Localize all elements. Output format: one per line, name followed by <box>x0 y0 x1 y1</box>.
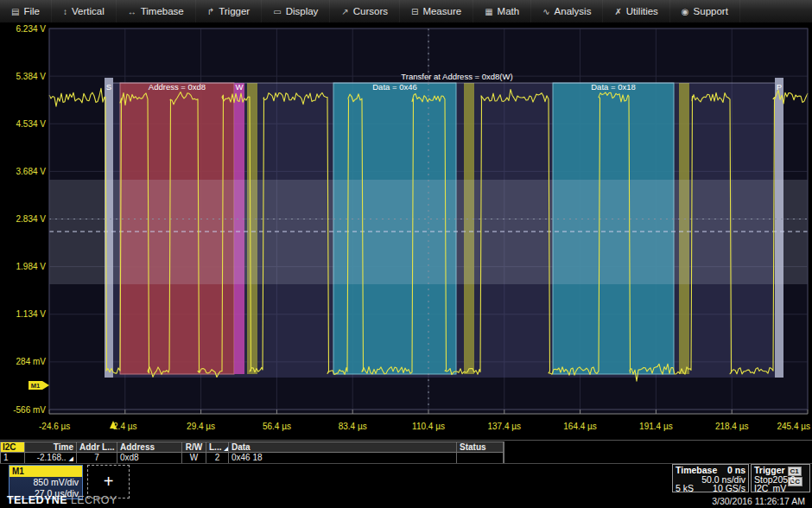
i2c-stop-label: P <box>777 82 782 92</box>
trigger-edge-icon: ↱ <box>207 7 214 16</box>
brand-secondary: LECROY <box>71 494 117 506</box>
menu-item-support[interactable]: ◉Support <box>670 0 740 22</box>
table-row[interactable]: 1-2.168..◢70xd8W20x46 18 <box>1 453 504 463</box>
x-axis-label: 245.4 µs <box>777 422 810 431</box>
y-axis-label: 1.134 V <box>16 309 47 319</box>
vertical-arrows-icon: ↕ <box>63 7 67 16</box>
menu-item-analysis[interactable]: ∿Analysis <box>531 0 603 22</box>
i2c-transfer-label: Transfer at Address = 0xd8(W) <box>401 72 512 81</box>
x-axis-label: 218.4 µs <box>715 422 749 431</box>
intensity-band <box>49 180 808 284</box>
m1-volts-per-div: 850 mV/div <box>10 477 82 488</box>
support-info-icon: ◉ <box>682 7 689 16</box>
menu-item-math[interactable]: ▦Math <box>473 0 531 22</box>
column-header-source[interactable]: I2C <box>1 442 25 453</box>
menu-item-utilities[interactable]: ✗Utilities <box>603 0 669 22</box>
timebase-descriptor[interactable]: Timebase 0 ns 50.0 ns/div 5 kS 10 GS/s <box>672 464 749 492</box>
m1-descriptor-title: M1 <box>10 466 82 477</box>
menu-item-label: Utilities <box>626 6 658 16</box>
column-header-address[interactable]: Address <box>117 442 182 453</box>
menu-item-cursors[interactable]: ↗Cursors <box>330 0 400 22</box>
utilities-tools-icon: ✗ <box>614 7 621 16</box>
trigger-title: Trigger <box>754 466 785 475</box>
menu-item-file[interactable]: ▤File <box>0 0 52 22</box>
menu-item-display[interactable]: ▭Display <box>262 0 330 22</box>
x-axis-label: 191.4 µs <box>639 422 673 431</box>
x-axis-label: 83.4 µs <box>339 422 367 431</box>
x-axis-label: 29.4 µs <box>187 422 215 431</box>
column-header-rw[interactable]: R/W <box>182 442 206 453</box>
column-header-l[interactable]: L...◢ <box>206 442 229 453</box>
menu-item-label: Math <box>498 6 520 16</box>
menu-item-label: Measure <box>422 6 461 16</box>
column-header-time[interactable]: Time <box>25 442 77 453</box>
table-header-row: I2CTimeAddr L...◢AddressR/WL...◢DataStat… <box>1 442 504 453</box>
menu-item-label: Display <box>286 6 319 16</box>
y-axis-label: 4.534 V <box>16 119 47 129</box>
table-cell: W <box>182 453 206 463</box>
menu-item-measure[interactable]: ⊟Measure <box>400 0 473 22</box>
x-axis-label: -24.6 µs <box>39 422 70 431</box>
horizontal-arrows-icon: ↔ <box>128 7 136 16</box>
y-axis-label: 2.834 V <box>16 214 47 224</box>
menu-item-timebase[interactable]: ↔Timebase <box>117 0 196 22</box>
table-cell: 2 <box>206 453 229 463</box>
trigger-level: 205.0 mV <box>773 475 807 485</box>
y-axis-label: 284 mV <box>16 357 47 366</box>
i2c-write-label: W <box>236 82 244 92</box>
menu-item-label: Analysis <box>555 6 592 16</box>
timebase-samples: 5 kS <box>676 484 694 493</box>
x-axis-label: 110.4 µs <box>412 422 445 431</box>
timebase-sample-rate: 10 GS/s <box>713 484 745 493</box>
scope-graticule: Transfer at Address = 0xd8(W)Address = 0… <box>0 22 812 441</box>
file-icon: ▤ <box>11 7 19 16</box>
table-cell: 0xd8 <box>117 453 182 463</box>
trigger-descriptor[interactable]: Trigger C1 DC Stop 205.0 mV I2C <box>751 464 810 492</box>
i2c-address-label: Address = 0xd8 <box>149 82 206 92</box>
column-header-status[interactable]: Status <box>457 442 504 453</box>
column-header-addrl[interactable]: Addr L...◢ <box>77 442 117 453</box>
menu-item-label: Cursors <box>353 6 388 16</box>
menu-item-label: Support <box>694 6 728 16</box>
oscilloscope-screen: ▤File↕Vertical↔Timebase↱Trigger▭Display↗… <box>0 0 812 508</box>
i2c-data-label: Data = 0x46 <box>372 82 417 92</box>
menu-item-trigger[interactable]: ↱Trigger <box>196 0 262 22</box>
menu-item-label: Vertical <box>72 6 105 16</box>
x-axis-label: 56.4 µs <box>263 422 291 431</box>
analysis-chart-icon: ∿ <box>542 7 549 16</box>
menu-bar: ▤File↕Vertical↔Timebase↱Trigger▭Display↗… <box>0 0 812 23</box>
x-axis-label: 137.4 µs <box>488 422 522 431</box>
table-separator <box>0 440 812 441</box>
table-cell: 0x46 18 <box>229 453 457 463</box>
x-axis-label: 164.4 µs <box>563 422 597 431</box>
expand-icon[interactable]: ◢ <box>69 455 73 461</box>
table-cell: 1 <box>1 453 25 463</box>
math-calculator-icon: ▦ <box>485 7 492 16</box>
menu-item-label: Timebase <box>141 6 184 16</box>
y-axis-label: 6.234 V <box>16 24 47 34</box>
table-cell: 7 <box>77 453 117 463</box>
plus-icon: + <box>104 472 114 492</box>
y-axis-label: -566 mV <box>13 405 46 415</box>
timebase-title: Timebase <box>676 466 717 475</box>
display-monitor-icon: ▭ <box>273 7 281 16</box>
cursor-arrow-icon: ↗ <box>341 7 348 16</box>
teledyne-lecroy-logo: TELEDYNELECROY <box>7 494 117 506</box>
datetime-display: 3/30/2016 11:26:17 AM <box>712 496 805 506</box>
menu-item-vertical[interactable]: ↕Vertical <box>52 0 117 22</box>
i2c-decode-table: I2CTimeAddr L...◢AddressR/WL...◢DataStat… <box>0 441 504 464</box>
i2c-source-badge: I2C <box>1 442 24 453</box>
y-axis-label: 3.684 V <box>16 167 47 176</box>
trigger-type: I2C <box>754 484 768 493</box>
menu-item-label: File <box>23 6 40 16</box>
table-cell <box>457 453 504 463</box>
menu-item-label: Trigger <box>219 6 250 16</box>
x-axis-label: 2.4 µs <box>113 422 136 431</box>
timebase-offset: 0 ns <box>727 466 745 475</box>
table-cell: -2.168..◢ <box>25 453 77 463</box>
waveform-display[interactable]: Transfer at Address = 0xd8(W)Address = 0… <box>0 22 812 441</box>
column-header-data[interactable]: Data <box>229 442 457 453</box>
measure-icon: ⊟ <box>411 7 418 16</box>
y-axis-label: 1.984 V <box>16 262 47 271</box>
y-axis-label: 5.384 V <box>16 72 47 81</box>
